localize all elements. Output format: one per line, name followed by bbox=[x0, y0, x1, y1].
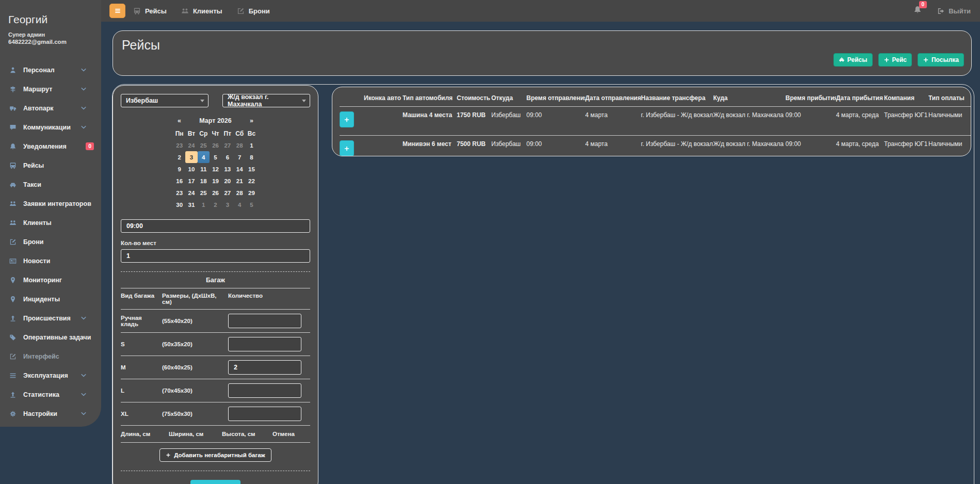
calendar-day[interactable]: 5 bbox=[246, 199, 258, 211]
from-select[interactable]: Избербаш bbox=[121, 94, 208, 107]
calendar-day[interactable]: 11 bbox=[198, 163, 210, 175]
calendar-day[interactable]: 25 bbox=[198, 187, 210, 199]
calendar-day[interactable]: 23 bbox=[173, 139, 185, 151]
calendar-day-selected[interactable]: 4 bbox=[198, 151, 210, 163]
calendar-day[interactable]: 20 bbox=[221, 175, 233, 187]
news-icon bbox=[8, 257, 17, 265]
calendar-day[interactable]: 27 bbox=[221, 187, 233, 199]
add-oversize-baggage-button[interactable]: Добавить негабаритный багаж bbox=[159, 448, 271, 462]
baggage-qty-input-4[interactable] bbox=[228, 407, 301, 421]
calendar-day[interactable]: 25 bbox=[198, 139, 210, 151]
sidebar-item-notifications[interactable]: Уведомления0 bbox=[0, 137, 101, 156]
sidebar-item-clients[interactable]: Клиенты bbox=[0, 213, 101, 232]
calendar-day[interactable]: 19 bbox=[210, 175, 221, 187]
calendar-day[interactable]: 13 bbox=[221, 163, 233, 175]
topnav-item-trips[interactable]: Рейсы bbox=[133, 7, 167, 15]
baggage-qty-input-0[interactable] bbox=[228, 314, 301, 328]
result-from: Избербаш bbox=[491, 107, 526, 136]
calendar-month-title[interactable]: Март 2026 bbox=[185, 117, 246, 124]
select-trip-button-0[interactable] bbox=[340, 111, 354, 127]
baggage-qty-input-3[interactable] bbox=[228, 383, 301, 398]
chevron-down-icon bbox=[200, 100, 204, 102]
sidebar-item-personal[interactable]: Персонал bbox=[0, 60, 101, 79]
calendar-day[interactable]: 31 bbox=[185, 199, 197, 211]
topnav-item-bookings[interactable]: Брони bbox=[237, 7, 270, 15]
chevron-down-icon bbox=[79, 124, 88, 131]
calendar-day[interactable]: 16 bbox=[173, 175, 185, 187]
sidebar-item-monitoring[interactable]: Мониторинг bbox=[0, 270, 101, 289]
add-parcel-button[interactable]: Посылка bbox=[918, 53, 964, 67]
custom-col-length: Длина, см bbox=[121, 426, 169, 443]
calendar-next-button[interactable]: » bbox=[246, 117, 258, 124]
calendar-day[interactable]: 6 bbox=[221, 151, 233, 163]
calendar-day[interactable]: 18 bbox=[198, 175, 210, 187]
baggage-table: Вид багажа Размеры, (ДхШхВ, см) Количест… bbox=[121, 288, 310, 426]
baggage-title: Багаж bbox=[121, 272, 310, 288]
calendar-day[interactable]: 12 bbox=[210, 163, 221, 175]
add-trip-button[interactable]: Рейс bbox=[878, 53, 912, 67]
topnav-right: 0 Выйти bbox=[913, 6, 971, 16]
sidebar-item-news[interactable]: Новости bbox=[0, 251, 101, 270]
route-selects: Избербаш Ж/д вокзал г. Махачкала bbox=[121, 94, 310, 107]
calendar-day[interactable]: 26 bbox=[210, 139, 221, 151]
calendar-day[interactable]: 4 bbox=[233, 199, 245, 211]
calendar-day[interactable]: 23 bbox=[173, 187, 185, 199]
notifications-bell[interactable]: 0 bbox=[913, 6, 922, 16]
sidebar-item-incidents[interactable]: Инциденты bbox=[0, 289, 101, 309]
trips-button[interactable]: Рейсы bbox=[833, 53, 873, 67]
sidebar-item-integrator-requests[interactable]: Заявки интеграторов bbox=[0, 194, 101, 213]
select-trip-button-1[interactable] bbox=[340, 140, 354, 156]
calendar-day[interactable]: 1 bbox=[246, 139, 258, 151]
sidebar-item-settings[interactable]: Настройки bbox=[0, 404, 101, 423]
sidebar-item-trips[interactable]: Рейсы bbox=[0, 156, 101, 175]
sidebar-item-taxi[interactable]: Такси bbox=[0, 175, 101, 194]
pencil-square-icon bbox=[237, 7, 245, 15]
calendar-day[interactable]: 14 bbox=[233, 163, 245, 175]
time-input[interactable] bbox=[121, 219, 310, 233]
sidebar-item-statistics[interactable]: Статистика bbox=[0, 385, 101, 404]
search-submit-button[interactable]: Подобрать bbox=[190, 480, 241, 484]
sidebar-item-communications[interactable]: Коммуникации bbox=[0, 118, 101, 137]
calendar-day[interactable]: 29 bbox=[246, 187, 258, 199]
calendar-day[interactable]: 21 bbox=[233, 175, 245, 187]
calendar-prev-button[interactable]: « bbox=[173, 117, 185, 124]
calendar-day[interactable]: 8 bbox=[246, 151, 258, 163]
calendar-day[interactable]: 28 bbox=[233, 187, 245, 199]
chevron-down-icon bbox=[302, 100, 306, 102]
sidebar-item-interface[interactable]: Интерфейс bbox=[0, 347, 101, 366]
calendar-day[interactable]: 10 bbox=[185, 163, 197, 175]
seats-input[interactable] bbox=[121, 249, 310, 263]
sidebar-item-route[interactable]: Маршрут bbox=[0, 79, 101, 99]
baggage-qty-input-2[interactable] bbox=[228, 360, 301, 375]
calendar-day[interactable]: 24 bbox=[185, 139, 197, 151]
calendar-day[interactable]: 3 bbox=[221, 199, 233, 211]
calendar-day[interactable]: 2 bbox=[173, 151, 185, 163]
calendar-day[interactable]: 27 bbox=[221, 139, 233, 151]
calendar-day[interactable]: 9 bbox=[173, 163, 185, 175]
calendar-day[interactable]: 26 bbox=[210, 187, 221, 199]
calendar-day[interactable]: 17 bbox=[185, 175, 197, 187]
hamburger-button[interactable] bbox=[109, 4, 125, 18]
calendar-day[interactable]: 30 bbox=[173, 199, 185, 211]
sidebar-item-operational-tasks[interactable]: Оперативные задачи bbox=[0, 328, 101, 347]
to-select[interactable]: Ж/д вокзал г. Махачкала bbox=[222, 94, 310, 107]
sidebar-item-bookings[interactable]: Брони bbox=[0, 232, 101, 251]
calendar-day[interactable]: 2 bbox=[210, 199, 221, 211]
users-icon bbox=[8, 219, 17, 227]
sidebar-item-fleet[interactable]: Автопарк bbox=[0, 99, 101, 118]
sidebar-item-accidents[interactable]: Происшествия bbox=[0, 309, 101, 328]
results-column-header: Стоимость bbox=[457, 88, 491, 107]
calendar-day-today[interactable]: 3 bbox=[185, 151, 197, 163]
calendar-day[interactable]: 5 bbox=[210, 151, 221, 163]
calendar-day[interactable]: 28 bbox=[233, 139, 245, 151]
calendar-day[interactable]: 24 bbox=[185, 187, 197, 199]
sidebar-item-operations[interactable]: Эксплуатация bbox=[0, 366, 101, 385]
sidebar-item-label: Эксплуатация bbox=[23, 372, 68, 379]
baggage-qty-input-1[interactable] bbox=[228, 337, 301, 351]
calendar-day[interactable]: 1 bbox=[198, 199, 210, 211]
calendar-day[interactable]: 7 bbox=[233, 151, 245, 163]
calendar-day[interactable]: 15 bbox=[246, 163, 258, 175]
calendar-day[interactable]: 22 bbox=[246, 175, 258, 187]
topnav-item-clients[interactable]: Клиенты bbox=[181, 7, 222, 15]
logout-button[interactable]: Выйти bbox=[937, 7, 971, 15]
